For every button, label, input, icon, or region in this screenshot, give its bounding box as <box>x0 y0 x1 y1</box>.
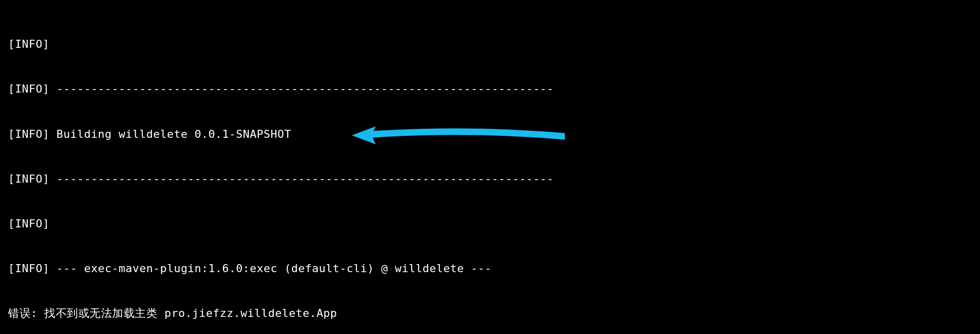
log-line-info-rule: [INFO] ---------------------------------… <box>8 172 972 187</box>
log-line-info-building: [INFO] Building willdelete 0.0.1-SNAPSHO… <box>8 127 972 142</box>
log-line-info: [INFO] <box>8 37 972 52</box>
log-line-error-chinese-main-class: 错误: 找不到或无法加载主类 pro.jiefzz.willdelete.App <box>8 306 972 321</box>
log-line-info: [INFO] <box>8 216 972 231</box>
log-line-info-rule: [INFO] ---------------------------------… <box>8 81 972 97</box>
terminal-output: [INFO] [INFO] --------------------------… <box>0 0 980 334</box>
log-line-info-exec-plugin: [INFO] --- exec-maven-plugin:1.6.0:exec … <box>8 261 972 276</box>
